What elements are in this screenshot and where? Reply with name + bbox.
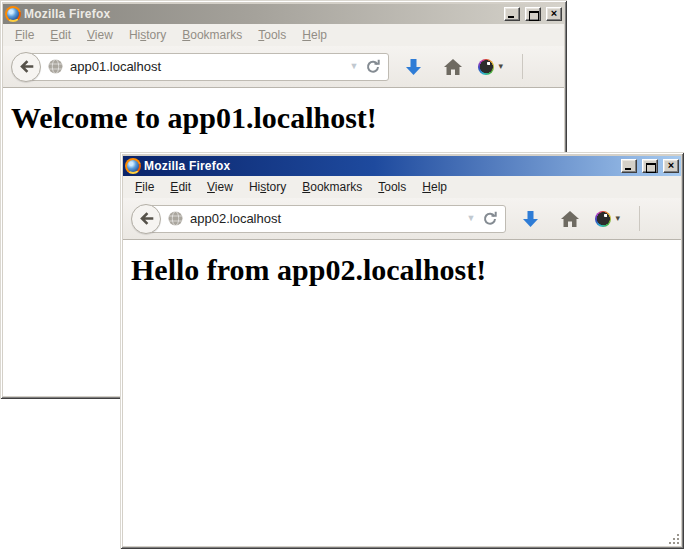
colorwheel-addon-button[interactable]: ▾ [478, 59, 503, 75]
menu-item-view[interactable]: View [79, 25, 121, 45]
download-icon [405, 58, 422, 76]
menu-item-edit[interactable]: Edit [162, 177, 199, 197]
url-bar[interactable]: ▼ [25, 53, 389, 81]
page-heading: Hello from app02.localhost! [131, 253, 673, 287]
menu-item-help[interactable]: Help [414, 177, 455, 197]
menu-item-bookmarks[interactable]: Bookmarks [174, 25, 250, 45]
chevron-down-icon: ▾ [498, 62, 503, 71]
title-bar[interactable]: Mozilla Firefox × [123, 156, 681, 176]
url-bar[interactable]: ▼ [145, 205, 506, 233]
menu-bar: FileEditViewHistoryBookmarksToolsHelp [3, 24, 564, 46]
url-input[interactable] [190, 211, 460, 226]
menu-item-edit[interactable]: Edit [42, 25, 79, 45]
navigation-toolbar: ▼ ▾ [3, 46, 564, 88]
menu-bar: FileEditViewHistoryBookmarksToolsHelp [123, 176, 681, 198]
back-icon [138, 210, 155, 227]
urlbar-dropdown-icon[interactable]: ▼ [350, 62, 359, 71]
home-icon [444, 59, 462, 75]
reload-icon[interactable] [482, 211, 498, 227]
minimize-button[interactable] [504, 7, 520, 21]
resize-grip[interactable] [668, 533, 682, 547]
navigation-toolbar: ▼ ▾ [123, 198, 681, 240]
toolbar-separator [522, 54, 523, 79]
firefox-logo-icon [125, 158, 141, 174]
menu-item-history[interactable]: History [241, 177, 294, 197]
open-menu-button[interactable] [532, 57, 554, 76]
menu-item-view[interactable]: View [199, 177, 241, 197]
back-button[interactable] [131, 204, 161, 234]
menu-item-tools[interactable]: Tools [370, 177, 414, 197]
urlbar-dropdown-icon[interactable]: ▼ [467, 214, 476, 223]
page-heading: Welcome to app01.localhost! [11, 101, 556, 135]
open-menu-button[interactable] [649, 209, 671, 228]
back-button[interactable] [11, 52, 41, 82]
globe-icon [48, 59, 63, 74]
home-button[interactable] [561, 211, 579, 227]
menu-item-file[interactable]: File [7, 25, 42, 45]
toolbar-button-group: ▾ [389, 54, 554, 79]
menu-item-file[interactable]: File [127, 177, 162, 197]
window-title: Mozilla Firefox [24, 7, 110, 21]
menu-item-bookmarks[interactable]: Bookmarks [294, 177, 370, 197]
close-button[interactable]: × [663, 159, 679, 173]
toolbar-separator [639, 206, 640, 231]
menu-item-history[interactable]: History [121, 25, 174, 45]
maximize-button[interactable] [642, 159, 658, 173]
menu-item-help[interactable]: Help [294, 25, 335, 45]
close-button[interactable]: × [546, 7, 562, 21]
download-icon [522, 210, 539, 228]
chevron-down-icon: ▾ [615, 214, 620, 223]
downloads-button[interactable] [522, 210, 539, 228]
close-icon: × [668, 160, 674, 170]
minimize-button[interactable] [621, 159, 637, 173]
home-icon [561, 211, 579, 227]
title-bar[interactable]: Mozilla Firefox × [3, 4, 564, 24]
back-icon [18, 58, 35, 75]
close-icon: × [551, 8, 557, 18]
colorwheel-addon-button[interactable]: ▾ [595, 211, 620, 227]
downloads-button[interactable] [405, 58, 422, 76]
home-button[interactable] [444, 59, 462, 75]
reload-icon[interactable] [365, 59, 381, 75]
firefox-logo-icon [5, 6, 21, 22]
firefox-window-app02: Mozilla Firefox × FileEditViewHistoryBoo… [120, 152, 684, 549]
menu-item-tools[interactable]: Tools [250, 25, 294, 45]
globe-icon [168, 211, 183, 226]
url-input[interactable] [70, 59, 343, 74]
window-title: Mozilla Firefox [144, 159, 230, 173]
page-content-app02: Hello from app02.localhost! [123, 240, 681, 546]
colorwheel-icon [595, 211, 611, 227]
colorwheel-icon [478, 59, 494, 75]
toolbar-button-group: ▾ [506, 206, 671, 231]
maximize-button[interactable] [525, 7, 541, 21]
